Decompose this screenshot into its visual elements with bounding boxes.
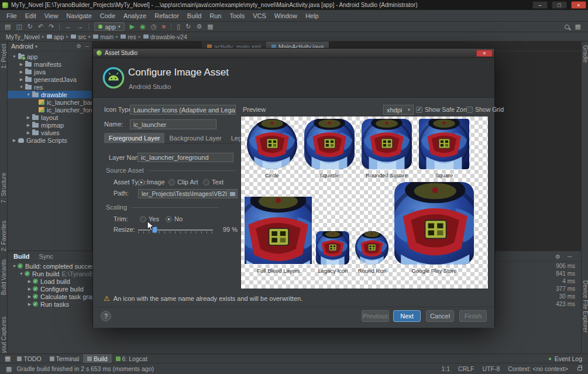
collapsed-icon[interactable]: ▶ [18, 70, 25, 74]
menu-tools[interactable]: Tools [225, 12, 249, 19]
run-configuration-select[interactable]: app ▾ [94, 22, 124, 31]
build-tab-sync[interactable]: Sync [39, 253, 53, 260]
build-row-run-tasks[interactable]: ▶✓Run tasks [10, 300, 98, 308]
toolwindow-tab-build-variants[interactable]: Build Variants [1, 259, 7, 295]
collapsed-icon[interactable]: ▶ [18, 77, 25, 82]
build-tab-build[interactable]: Build [13, 253, 30, 260]
build-row-load-build[interactable]: ▶✓Load build [10, 277, 98, 285]
asset-type-image-radio[interactable]: Image [138, 179, 165, 186]
redo-icon[interactable]: ↷ [49, 23, 54, 30]
collapsed-icon[interactable]: ▶ [26, 294, 33, 299]
breadcrumb-item-project[interactable]: MyTy_Novel [6, 33, 40, 40]
tree-item-app[interactable]: ▼app [8, 53, 92, 60]
tree-item-mipmap[interactable]: ▶mipmap [8, 121, 92, 129]
status-message[interactable]: Gradle build finished in 2 s 653 ms (mom… [16, 365, 154, 372]
tree-item-manifests[interactable]: ▶manifests [8, 60, 92, 68]
toolwindow-tab-gradle[interactable]: Gradle [582, 45, 588, 63]
gradle-sync-icon[interactable]: ↻ [185, 23, 191, 30]
toolwindow-button-todo[interactable]: TODO [13, 354, 45, 363]
breadcrumb-item-app[interactable]: app [47, 33, 64, 40]
layer-name-input[interactable]: ic_launcher_foreground [137, 153, 233, 162]
menu-analyze[interactable]: Analyze [119, 12, 150, 19]
build-row-summary[interactable]: ▼✓Build: completed successful [10, 262, 98, 270]
expanded-icon[interactable]: ▼ [11, 54, 18, 59]
tree-item-gradle-scripts[interactable]: ▶Gradle Scripts [8, 136, 92, 144]
toolwindow-tab-favorites[interactable]: 2: Favorites [1, 221, 7, 251]
asset-type-clipart-radio[interactable]: Clip Art [169, 179, 198, 186]
path-input[interactable]: ler_Projects\Tests\Images\VB2Icon.png [138, 189, 227, 198]
toolwindow-tab-project[interactable]: 1: Project [1, 44, 7, 68]
name-input[interactable]: ic_launcher [130, 119, 216, 129]
expanded-icon[interactable]: ▼ [18, 272, 25, 276]
density-select[interactable]: xhdpi ▾ [383, 105, 414, 115]
help-button[interactable]: ? [101, 311, 111, 321]
gear-icon[interactable]: ⚙ [77, 43, 81, 49]
trim-no-radio[interactable]: No [166, 215, 183, 222]
breadcrumb-item-src[interactable]: src [71, 33, 86, 40]
menu-code[interactable]: Code [96, 12, 119, 19]
toolwindow-toggle-icon[interactable]: ▦ [5, 355, 11, 362]
build-row-configure-build[interactable]: ▶✓Configure build [10, 285, 98, 293]
tab-foreground-layer[interactable]: Foreground Layer [104, 133, 164, 143]
menu-edit[interactable]: Edit [21, 12, 40, 19]
project-view-header[interactable]: Android ▾ ⚙ ─ [8, 42, 92, 52]
sdk-manager-icon[interactable]: ⚙ [196, 23, 202, 30]
run-icon[interactable]: ▶ [130, 23, 135, 30]
tree-item-java[interactable]: ▶java [8, 68, 92, 76]
avd-manager-icon[interactable]: ▯ [177, 23, 180, 30]
collapsed-icon[interactable]: ▶ [18, 62, 25, 67]
collapsed-icon[interactable]: ▶ [25, 123, 32, 128]
cancel-button[interactable]: Cancel [426, 310, 454, 322]
caret-position[interactable]: 1:1 [441, 365, 450, 372]
lock-icon[interactable] [577, 367, 582, 370]
menu-help[interactable]: Help [301, 12, 323, 19]
window-maximize-button[interactable]: □ [552, 1, 567, 9]
window-minimize-button[interactable]: – [532, 1, 548, 9]
undo-icon[interactable]: ↶ [38, 23, 43, 30]
tree-item-res[interactable]: ▼res [8, 83, 92, 91]
menu-window[interactable]: Window [270, 12, 301, 19]
tree-item-drawable[interactable]: ▼drawable [8, 91, 92, 98]
menu-vcs[interactable]: VCS [249, 12, 270, 19]
previous-button[interactable]: Previous [362, 310, 389, 322]
back-icon[interactable]: ← [65, 23, 71, 30]
show-grid-checkbox[interactable]: Show Grid [466, 106, 504, 113]
dialog-titlebar[interactable]: Asset Studio × [93, 49, 494, 58]
expanded-icon[interactable]: ▼ [18, 85, 25, 89]
collapsed-icon[interactable]: ▶ [25, 131, 32, 135]
toolwindow-button-logcat[interactable]: 6: Logcat [112, 354, 152, 363]
search-icon[interactable] [565, 25, 569, 29]
tree-item-ic-launcher-foreground[interactable]: ic_launcher_foreground [8, 106, 92, 114]
breadcrumb-item-drawable-v24[interactable]: drawable-v24 [143, 33, 187, 40]
collapsed-icon[interactable]: ▶ [26, 302, 33, 307]
collapsed-icon[interactable]: ▶ [26, 287, 33, 291]
file-encoding[interactable]: UTF-8 [483, 365, 500, 372]
save-icon[interactable]: ◫ [16, 23, 22, 30]
icon-type-select[interactable]: Launcher Icons (Adaptive and Legacy) ▾ [130, 105, 236, 115]
menu-view[interactable]: View [40, 12, 63, 19]
expanded-icon[interactable]: ▼ [11, 264, 18, 268]
tree-item-generatedjava[interactable]: ▶generatedJava [8, 76, 92, 83]
window-close-button[interactable]: × [571, 1, 586, 9]
finish-button[interactable]: Finish [459, 310, 487, 322]
status-menu-icon[interactable]: ▦ [6, 366, 12, 372]
dialog-close-button[interactable]: × [476, 50, 493, 57]
hide-panel-icon[interactable]: ─ [85, 43, 89, 49]
next-button[interactable]: Next [393, 310, 421, 322]
toolwindow-button-terminal[interactable]: Terminal [46, 354, 84, 363]
collapsed-icon[interactable]: ▶ [11, 138, 18, 143]
forward-icon[interactable]: → [77, 23, 83, 30]
line-separator[interactable]: CRLF [458, 365, 474, 372]
tree-item-layout[interactable]: ▶layout [8, 114, 92, 121]
tree-item-values[interactable]: ▶values [8, 129, 92, 136]
profiler-icon[interactable]: ◷ [151, 23, 157, 30]
event-log-button[interactable]: ● Event Log [548, 355, 588, 362]
build-row-run-build[interactable]: ▼✓Run buildE:\TyranoBu [10, 270, 98, 277]
menu-navigate[interactable]: Navigate [62, 12, 95, 19]
open-icon[interactable]: ▤ [5, 23, 11, 30]
sync-icon[interactable]: ↻ [27, 23, 33, 30]
toolwindow-layout-icon[interactable]: ▦ [575, 23, 581, 30]
tree-item-ic-launcher-background[interactable]: ic_launcher_background [8, 98, 92, 106]
layout-inspector-icon[interactable]: ▦ [207, 23, 213, 30]
expanded-icon[interactable]: ▼ [25, 92, 32, 97]
